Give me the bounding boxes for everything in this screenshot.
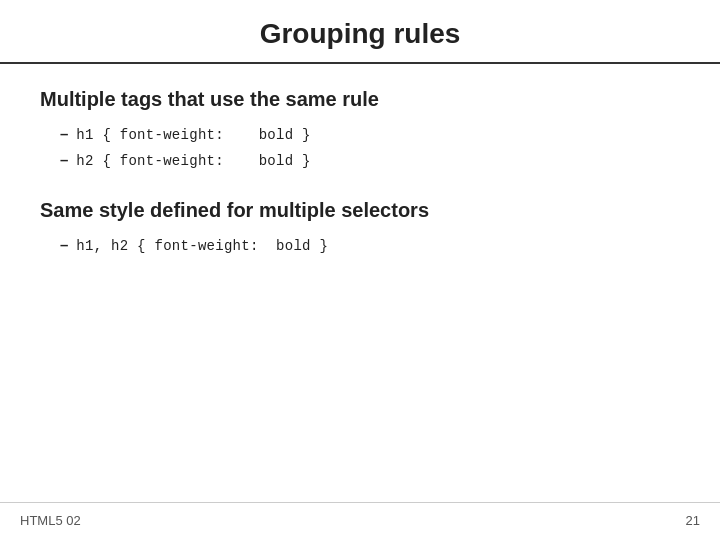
bullet-dash: – bbox=[60, 236, 68, 253]
bullet-dash: – bbox=[60, 151, 68, 168]
slide-footer: HTML5 02 21 bbox=[0, 502, 720, 540]
code-line-3: h1, h2 { font-weight: bold } bbox=[76, 238, 328, 254]
section2: Same style defined for multiple selector… bbox=[40, 199, 680, 254]
footer-label: HTML5 02 bbox=[20, 513, 81, 528]
section1: Multiple tags that use the same rule – h… bbox=[40, 88, 680, 169]
list-item: – h1 { font-weight: bold } bbox=[60, 125, 680, 143]
slide-container: Grouping rules Multiple tags that use th… bbox=[0, 0, 720, 540]
slide-content: Multiple tags that use the same rule – h… bbox=[0, 64, 720, 502]
slide-header: Grouping rules bbox=[0, 0, 720, 64]
slide-title: Grouping rules bbox=[20, 18, 700, 50]
bullet-dash: – bbox=[60, 125, 68, 142]
list-item: – h2 { font-weight: bold } bbox=[60, 151, 680, 169]
code-line-2: h2 { font-weight: bold } bbox=[76, 153, 310, 169]
footer-page: 21 bbox=[686, 513, 700, 528]
section2-list: – h1, h2 { font-weight: bold } bbox=[40, 236, 680, 254]
list-item: – h1, h2 { font-weight: bold } bbox=[60, 236, 680, 254]
code-line-1: h1 { font-weight: bold } bbox=[76, 127, 310, 143]
section1-list: – h1 { font-weight: bold } – h2 { font-w… bbox=[40, 125, 680, 169]
section1-title: Multiple tags that use the same rule bbox=[40, 88, 680, 111]
section2-title: Same style defined for multiple selector… bbox=[40, 199, 680, 222]
